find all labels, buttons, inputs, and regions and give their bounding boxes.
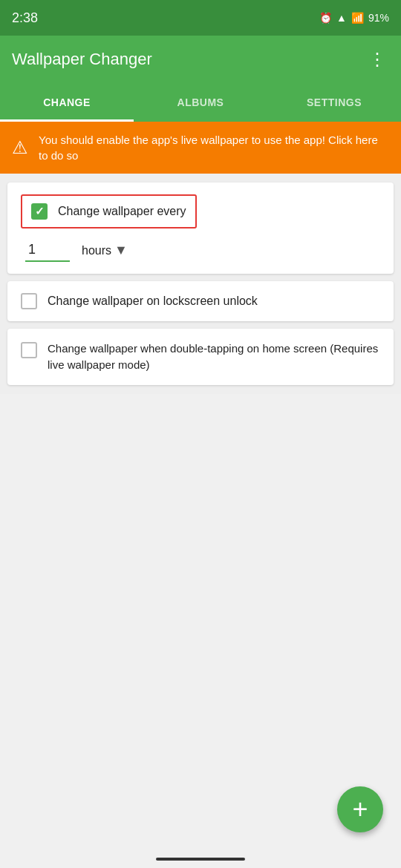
change-every-highlight: Change wallpaper every <box>21 194 197 228</box>
time-input[interactable] <box>25 239 70 262</box>
dropdown-arrow-icon: ▼ <box>114 243 128 258</box>
doubletap-card[interactable]: Change wallpaper when double-tapping on … <box>7 329 394 385</box>
status-time: 2:38 <box>12 10 38 26</box>
status-bar: 2:38 ⏰ ▲ 📶 91% <box>0 0 401 36</box>
lockscreen-checkbox[interactable] <box>21 293 37 309</box>
alarm-icon: ⏰ <box>319 12 332 24</box>
overflow-menu-button[interactable]: ⋮ <box>365 46 389 73</box>
warning-banner[interactable]: ⚠ You should enable the app's live wallp… <box>0 122 401 174</box>
app-title: Wallpaper Changer <box>12 50 152 69</box>
doubletap-label: Change wallpaper when double-tapping on … <box>48 341 380 373</box>
home-indicator <box>156 858 245 861</box>
add-icon: + <box>352 796 368 823</box>
unit-label: hours <box>82 244 111 257</box>
change-every-label: Change wallpaper every <box>58 205 186 218</box>
warning-icon: ⚠ <box>12 137 28 158</box>
settings-content: Change wallpaper every hours ▼ Change wa… <box>0 174 401 394</box>
doubletap-row[interactable]: Change wallpaper when double-tapping on … <box>21 341 380 373</box>
lockscreen-label: Change wallpaper on lockscreen unlock <box>48 295 258 308</box>
battery-icon: 91% <box>368 12 389 24</box>
status-icons: ⏰ ▲ 📶 91% <box>319 12 389 24</box>
lockscreen-card[interactable]: Change wallpaper on lockscreen unlock <box>7 281 394 321</box>
warning-text: You should enable the app's live wallpap… <box>39 132 389 163</box>
tab-settings[interactable]: SETTINGS <box>267 83 401 122</box>
tab-albums[interactable]: ALBUMS <box>134 83 267 122</box>
wifi-icon: ▲ <box>336 12 347 24</box>
change-every-checkbox[interactable] <box>31 203 48 220</box>
doubletap-checkbox[interactable] <box>21 342 37 358</box>
change-every-card: Change wallpaper every hours ▼ <box>7 183 394 274</box>
tab-bar: CHANGE ALBUMS SETTINGS <box>0 83 401 122</box>
unit-select[interactable]: hours ▼ <box>82 243 128 258</box>
add-fab-button[interactable]: + <box>337 786 383 832</box>
app-bar: Wallpaper Changer ⋮ <box>0 36 401 83</box>
signal-icon: 📶 <box>351 12 364 24</box>
time-row: hours ▼ <box>21 239 380 262</box>
tab-change[interactable]: CHANGE <box>0 83 134 122</box>
lockscreen-row[interactable]: Change wallpaper on lockscreen unlock <box>21 293 380 309</box>
